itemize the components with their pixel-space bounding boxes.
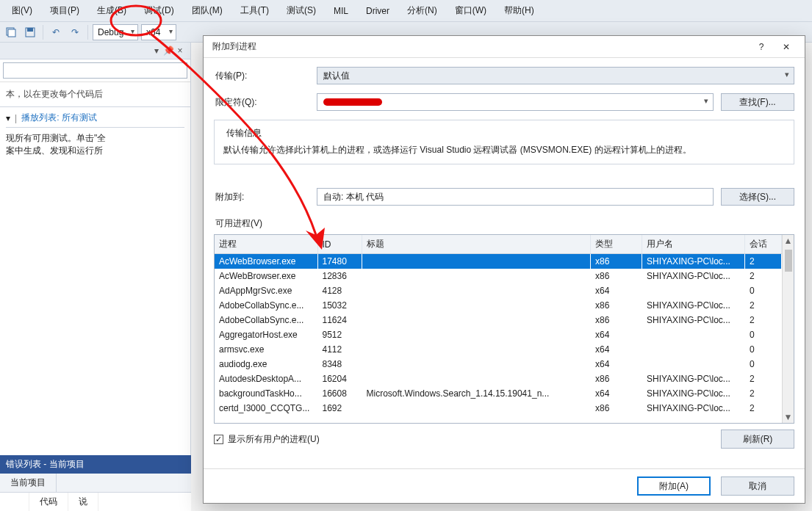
help-button[interactable]: ?: [749, 39, 774, 55]
cell-session: 2: [745, 298, 782, 313]
menu-mil[interactable]: MIL: [325, 3, 357, 19]
config-combo[interactable]: Debug: [93, 24, 138, 40]
menu-window[interactable]: 窗口(W): [446, 1, 495, 20]
cell-title: [362, 283, 591, 298]
cell-proc: armsvc.exe: [215, 342, 317, 357]
col-process[interactable]: 进程: [215, 235, 317, 254]
cell-user: [642, 357, 745, 372]
cell-id: 17480: [317, 254, 362, 269]
platform-combo[interactable]: x64: [141, 24, 176, 40]
cell-title: [362, 298, 591, 313]
refresh-button[interactable]: 刷新(R): [721, 430, 794, 449]
cell-session: 0: [745, 357, 782, 372]
col-user[interactable]: 用户名: [642, 235, 745, 254]
table-row[interactable]: AutodeskDesktopA...16204x86SHIYAXING-PC\…: [215, 372, 782, 386]
cell-title: [362, 357, 591, 372]
qualifier-label: 限定符(Q):: [214, 96, 317, 109]
table-row[interactable]: AggregatorHost.exe9512x640: [215, 327, 782, 342]
left-panel-area: ▾ 📌 × 本，以在更改每个代码后 ▾ | 播放列表: 所有测试 现所有可用测试…: [0, 43, 191, 511]
menu-tools[interactable]: 工具(T): [231, 1, 278, 20]
test-hint-1: 现所有可用测试。单击"全: [6, 132, 184, 145]
pin-icon[interactable]: ▾: [151, 46, 162, 56]
transport-dropdown[interactable]: 默认值: [317, 67, 794, 84]
error-list-tabs: 当前项目: [0, 474, 191, 493]
cell-title: [362, 313, 591, 327]
dialog-title: 附加到进程: [212, 40, 749, 53]
menu-build[interactable]: 生成(B): [88, 1, 135, 20]
cell-type: x86: [591, 269, 642, 283]
menu-analyze[interactable]: 分析(N): [398, 1, 446, 20]
cell-id: 16608: [317, 386, 362, 401]
col-type[interactable]: 类型: [591, 235, 642, 254]
menu-help[interactable]: 帮助(H): [495, 1, 543, 20]
panel-header: ▾ 📌 ×: [0, 43, 190, 59]
cell-title: [362, 372, 591, 386]
col-code[interactable]: 代码: [29, 493, 68, 511]
dropdown-icon[interactable]: ▾: [6, 113, 10, 123]
cell-user: SHIYAXING-PC\loc...: [642, 254, 745, 269]
scroll-down-icon[interactable]: ▼: [783, 411, 794, 423]
cell-id: 12836: [317, 269, 362, 283]
attachto-value: 自动: 本机 代码: [317, 188, 714, 206]
table-row[interactable]: AcWebBrowser.exe17480x86SHIYAXING-PC\loc…: [215, 254, 782, 269]
attach-button[interactable]: 附加(A): [637, 476, 711, 496]
col-desc[interactable]: 说: [68, 493, 98, 511]
table-row[interactable]: armsvc.exe4112x640: [215, 342, 782, 357]
table-row[interactable]: backgroundTaskHo...16608Microsoft.Window…: [215, 386, 782, 401]
scroll-thumb[interactable]: [785, 250, 792, 272]
save-icon[interactable]: [22, 24, 38, 40]
cell-user: [642, 327, 745, 342]
redacted-text: [323, 98, 382, 106]
error-tab-current[interactable]: 当前项目: [0, 474, 57, 492]
menu-project[interactable]: 项目(P): [41, 1, 88, 20]
table-row[interactable]: AdobeCollabSync.e...11624x86SHIYAXING-PC…: [215, 313, 782, 327]
scroll-up-icon[interactable]: ▲: [783, 235, 794, 247]
menu-test[interactable]: 测试(S): [278, 1, 325, 20]
select-button[interactable]: 选择(S)...: [721, 188, 794, 206]
show-all-users-checkbox[interactable]: [214, 435, 223, 444]
cell-proc: AdobeCollabSync.e...: [215, 298, 317, 313]
cell-session: 2: [745, 401, 782, 416]
pushpin-icon[interactable]: 📌: [162, 46, 174, 56]
table-row[interactable]: AdobeCollabSync.e...15032x86SHIYAXING-PC…: [215, 298, 782, 313]
col-id[interactable]: ID: [317, 235, 362, 254]
test-explorer-block: ▾ | 播放列表: 所有测试 现所有可用测试。单击"全 案中生成、发现和运行所: [0, 106, 190, 162]
menu-team[interactable]: 团队(M): [183, 1, 231, 20]
toolbar-separator: [87, 25, 88, 40]
menu-view[interactable]: 图(V): [3, 1, 41, 20]
table-row[interactable]: AcWebBrowser.exe12836x86SHIYAXING-PC\loc…: [215, 269, 782, 283]
cell-type: x86: [591, 254, 642, 269]
qualifier-input[interactable]: [317, 93, 714, 111]
cell-session: 0: [745, 283, 782, 298]
cell-title: [362, 342, 591, 357]
cell-proc: AdAppMgrSvc.exe: [215, 283, 317, 298]
cell-type: x86: [591, 401, 642, 416]
cancel-button[interactable]: 取消: [721, 476, 794, 496]
vertical-scrollbar[interactable]: ▲ ▼: [782, 235, 794, 423]
col-title[interactable]: 标题: [362, 235, 591, 254]
cell-id: 1692: [317, 401, 362, 416]
close-button[interactable]: ✕: [774, 39, 799, 55]
save-all-icon[interactable]: [3, 24, 19, 40]
cell-type: x86: [591, 298, 642, 313]
transport-info-title: 传输信息: [223, 127, 265, 139]
cell-proc: AcWebBrowser.exe: [215, 254, 317, 269]
menu-driver[interactable]: Driver: [357, 3, 398, 19]
menu-debug[interactable]: 调试(D): [135, 1, 183, 20]
col-session[interactable]: 会话: [745, 235, 782, 254]
redo-icon[interactable]: ↷: [67, 24, 83, 40]
undo-icon[interactable]: ↶: [48, 24, 64, 40]
cell-proc: audiodg.exe: [215, 357, 317, 372]
cell-id: 15032: [317, 298, 362, 313]
find-button[interactable]: 查找(F)...: [721, 93, 794, 111]
playlist-link[interactable]: 播放列表: 所有测试: [21, 112, 97, 124]
cell-type: x64: [591, 386, 642, 401]
table-row[interactable]: audiodg.exe8348x640: [215, 357, 782, 372]
table-row[interactable]: AdAppMgrSvc.exe4128x640: [215, 283, 782, 298]
close-icon[interactable]: ×: [174, 46, 186, 56]
search-input[interactable]: [3, 62, 187, 79]
transport-info-group: 传输信息 默认传输允许选择此计算机上的进程，或选择运行 Visual Studi…: [214, 120, 794, 164]
table-row[interactable]: certd_I3000_CCQTG...1692x86SHIYAXING-PC\…: [215, 401, 782, 416]
cell-proc: backgroundTaskHo...: [215, 386, 317, 401]
error-list-columns: 代码 说: [0, 493, 191, 511]
